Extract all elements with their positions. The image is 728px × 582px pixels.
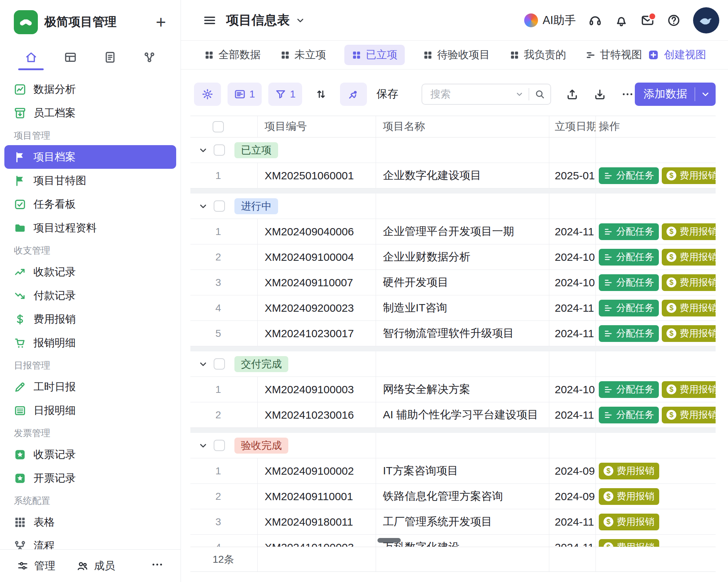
toolbar-more-icon[interactable]	[621, 88, 634, 101]
select-all-checkbox[interactable]	[213, 121, 224, 132]
column-header-code[interactable]: 项目编号	[258, 116, 376, 137]
view-tab-gantt[interactable]: 甘特视图	[584, 45, 644, 65]
pin-button[interactable]	[340, 83, 367, 106]
expense-claim-button[interactable]: $费用报销	[662, 223, 716, 240]
group-empty-cell	[596, 137, 716, 163]
import-upload-icon[interactable]	[566, 88, 579, 101]
group-status-badge: 已立项	[234, 142, 278, 158]
sidebar-item-data-analysis[interactable]: 数据分析	[4, 77, 176, 101]
view-settings-button[interactable]	[194, 83, 221, 106]
hamburger-menu-icon[interactable]	[203, 13, 217, 27]
sidebar-item-project-process-docs[interactable]: 项目过程资料	[4, 216, 176, 240]
group-checkbox[interactable]	[214, 440, 225, 451]
horizontal-scrollbar-thumb[interactable]	[377, 538, 401, 543]
add-data-dropdown-icon[interactable]	[700, 89, 711, 100]
sidebar-item-employee-files[interactable]: 员工档案	[4, 101, 176, 125]
dollar-coin-icon: $	[666, 227, 676, 236]
expense-claim-button[interactable]: $费用报销	[662, 325, 716, 342]
sidebar-item-claim-details[interactable]: 报销明细	[4, 331, 176, 355]
ai-assistant-button[interactable]: AI助手	[524, 13, 576, 28]
assign-task-button[interactable]: 分配任务	[599, 300, 659, 316]
add-workspace-button[interactable]: +	[156, 13, 166, 31]
row-actions-cell: 分配任务$费用报销	[596, 402, 716, 427]
group-checkbox[interactable]	[214, 200, 225, 212]
chevron-down-icon[interactable]	[198, 201, 209, 212]
user-avatar[interactable]	[693, 7, 719, 33]
project-code-cell: XM202410230016	[258, 402, 376, 427]
group-header-row: 已立项	[190, 137, 716, 163]
sidebar-tab-home[interactable]	[15, 44, 47, 70]
expense-claim-button[interactable]: $费用报销	[662, 300, 716, 316]
save-view-button[interactable]: 保存	[376, 87, 398, 101]
group-checkbox[interactable]	[214, 144, 225, 156]
members-button[interactable]: 成员	[76, 559, 115, 573]
sidebar-item-timesheet-daily[interactable]: 工时日报	[4, 375, 176, 399]
help-icon[interactable]	[667, 13, 681, 27]
expense-claim-button[interactable]: $费用报销	[662, 274, 716, 291]
view-tab-my-projects[interactable]: 我负责的	[508, 45, 567, 65]
support-headset-icon[interactable]	[588, 13, 602, 27]
manage-button[interactable]: 管理	[17, 559, 55, 573]
sidebar-more-button[interactable]	[151, 558, 164, 574]
add-data-label: 添加数据	[635, 87, 695, 101]
search-input[interactable]	[430, 88, 515, 100]
sidebar-tab-tables[interactable]	[55, 44, 86, 70]
notifications-bell-icon[interactable]	[614, 13, 628, 27]
inbox-mail-icon[interactable]	[641, 13, 654, 27]
expense-claim-button[interactable]: $费用报销	[599, 514, 659, 530]
table-icon	[64, 51, 77, 64]
sidebar-tab-workflow[interactable]	[134, 44, 165, 70]
assign-task-button[interactable]: 分配任务	[599, 407, 659, 423]
project-code-cell: XM202410100003	[258, 535, 376, 547]
chevron-down-icon[interactable]	[198, 359, 209, 370]
assign-task-button[interactable]: 分配任务	[599, 325, 659, 342]
assign-task-button[interactable]: 分配任务	[599, 381, 659, 398]
expense-claim-button[interactable]: $费用报销	[599, 463, 659, 479]
filter-button[interactable]: 1	[268, 83, 302, 106]
sidebar-item-invoice-issued[interactable]: 开票记录	[4, 466, 176, 490]
view-tab-not-established[interactable]: 未立项	[279, 45, 328, 65]
expense-claim-button[interactable]: $费用报销	[599, 488, 659, 505]
search-icon[interactable]	[534, 89, 545, 100]
create-view-button[interactable]: 创建视图	[648, 48, 706, 62]
search-scope-chevron-icon[interactable]	[515, 89, 524, 99]
assign-task-button[interactable]: 分配任务	[599, 223, 659, 240]
sidebar-item-payment-records[interactable]: 付款记录	[4, 284, 176, 307]
sidebar-item-task-board[interactable]: 任务看板	[4, 192, 176, 216]
field-config-button[interactable]: 1	[228, 83, 262, 106]
export-download-icon[interactable]	[593, 88, 606, 101]
page-title-dropdown[interactable]: 项目信息表	[226, 12, 306, 29]
expense-claim-button[interactable]: $费用报销	[662, 381, 716, 398]
search-box[interactable]	[422, 84, 551, 105]
sidebar-item-workflows[interactable]: 流程	[4, 534, 176, 549]
expense-claim-button[interactable]: $费用报销	[662, 167, 716, 184]
column-header-name[interactable]: 项目名称	[376, 116, 549, 137]
sidebar-item-expense-claims[interactable]: 费用报销	[4, 307, 176, 331]
view-tab-pending-acceptance[interactable]: 待验收项目	[422, 45, 491, 65]
flow-nodes-icon	[14, 540, 26, 550]
assign-task-button[interactable]: 分配任务	[599, 167, 659, 184]
button-divider	[695, 87, 695, 101]
chevron-down-icon[interactable]	[198, 145, 209, 156]
sidebar-item-daily-report-details[interactable]: 日报明细	[4, 399, 176, 422]
sort-button[interactable]	[309, 83, 333, 106]
expense-claim-button[interactable]: $费用报销	[662, 249, 716, 266]
sidebar-item-tables[interactable]: 表格	[4, 510, 176, 534]
sidebar-item-label: 报销明细	[33, 336, 76, 350]
group-checkbox[interactable]	[214, 358, 225, 370]
sidebar-tab-docs[interactable]	[94, 44, 126, 70]
view-tab-all-data[interactable]: 全部数据	[203, 45, 262, 65]
sidebar-item-receipt-records[interactable]: 收款记录	[4, 260, 176, 284]
expense-claim-button[interactable]: $费用报销	[599, 539, 659, 547]
chevron-down-icon[interactable]	[198, 440, 209, 451]
sidebar-item-invoice-received[interactable]: 收票记录	[4, 443, 176, 466]
sidebar-item-project-gantt[interactable]: 项目甘特图	[4, 169, 176, 192]
expense-claim-button[interactable]: $费用报销	[662, 407, 716, 423]
sidebar-item-project-archive[interactable]: 项目档案	[4, 145, 176, 169]
column-header-date[interactable]: 立项日期	[549, 116, 596, 137]
add-data-button[interactable]: 添加数据	[635, 83, 716, 106]
project-name-cell: IT方案咨询项目	[376, 458, 549, 483]
assign-task-button[interactable]: 分配任务	[599, 274, 659, 291]
view-tab-established[interactable]: 已立项	[344, 45, 405, 65]
assign-task-button[interactable]: 分配任务	[599, 249, 659, 266]
